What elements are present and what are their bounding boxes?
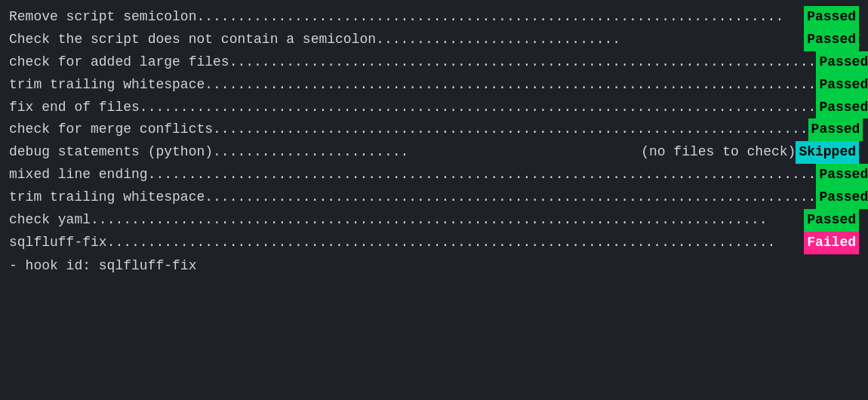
check-name: trim trailing whitespace bbox=[9, 75, 205, 96]
status-badge: Passed bbox=[808, 118, 863, 141]
terminal-line: check for added large files.............… bbox=[9, 51, 859, 74]
inline-note: (no files to check) bbox=[641, 142, 796, 163]
terminal-line: sqlfluff-fix............................… bbox=[9, 232, 859, 254]
status-badge: Passed bbox=[816, 164, 868, 186]
check-name: Check the script does not contain a semi… bbox=[9, 29, 376, 51]
terminal-line: fix end of files........................… bbox=[9, 97, 859, 119]
check-name: mixed line ending bbox=[9, 165, 148, 186]
dots: ........................................… bbox=[107, 232, 805, 254]
check-name: check for merge conflicts bbox=[9, 119, 213, 140]
status-badge: Passed bbox=[816, 97, 868, 119]
check-name: trim trailing whitespace bbox=[9, 187, 205, 208]
check-name: sqlfluff-fix bbox=[9, 232, 107, 254]
terminal-line: mixed line ending.......................… bbox=[9, 164, 859, 186]
dots: ........................................… bbox=[229, 52, 817, 73]
check-name: Remove script semicolon bbox=[9, 7, 196, 28]
status-badge: Skipped bbox=[796, 141, 859, 164]
check-name: check for added large files bbox=[9, 52, 229, 73]
status-badge: Passed bbox=[816, 186, 868, 209]
check-name: check yaml bbox=[9, 210, 91, 231]
status-badge: Passed bbox=[816, 51, 868, 74]
dots: ........................................… bbox=[196, 7, 804, 28]
status-badge: Passed bbox=[804, 209, 859, 232]
status-badge: Passed bbox=[804, 29, 859, 51]
check-name: debug statements (python) bbox=[9, 142, 213, 163]
terminal-line: check yaml..............................… bbox=[9, 209, 859, 232]
check-name: fix end of files bbox=[9, 97, 140, 118]
dots: ........................................… bbox=[205, 75, 816, 96]
dots: ........................................… bbox=[205, 187, 816, 208]
terminal-line: trim trailing whitespace................… bbox=[9, 186, 859, 209]
terminal-container: Remove script semicolon.................… bbox=[9, 6, 859, 277]
terminal-line: trim trailing whitespace................… bbox=[9, 74, 859, 97]
status-badge: Passed bbox=[804, 6, 859, 29]
dots: ........................................… bbox=[91, 210, 804, 231]
status-badge: Failed bbox=[804, 232, 859, 254]
dots: ........................................… bbox=[213, 119, 808, 140]
dots: ........................................… bbox=[140, 97, 817, 118]
dots: .............................. bbox=[376, 29, 804, 51]
dots: ........................ bbox=[213, 142, 641, 163]
terminal-line: Remove script semicolon.................… bbox=[9, 6, 859, 29]
status-badge: Passed bbox=[816, 74, 868, 97]
terminal-line: check for merge conflicts...............… bbox=[9, 118, 859, 141]
dots: ........................................… bbox=[148, 165, 817, 186]
hook-info: - hook id: sqlfluff-fix bbox=[9, 254, 859, 277]
terminal-line: debug statements (python)...............… bbox=[9, 141, 859, 164]
terminal-line: Check the script does not contain a semi… bbox=[9, 29, 859, 51]
